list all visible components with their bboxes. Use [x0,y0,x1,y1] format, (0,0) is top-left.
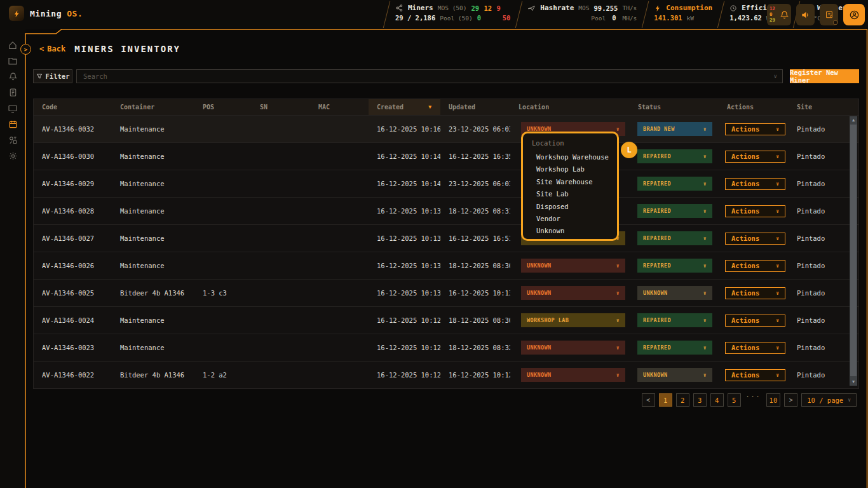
pagination: < 12345···10 > 10 / page ∨ [642,393,857,407]
cell-container: Bitdeer 4b A1346 [112,289,194,297]
table-row[interactable]: AV-A1346-0022 Bitdeer 4b A1346 1-2_a2 16… [34,361,858,388]
sidebar-item-settings[interactable] [4,151,21,161]
register-new-miner-button[interactable]: Register New Miner [790,69,859,83]
profile-button[interactable] [843,4,865,25]
cell-created: 16-12-2025 10:13 [369,234,440,242]
table-row[interactable]: AV-A1346-0025 Bitdeer 4b A1346 1-3_c3 16… [34,279,858,306]
scrollbar-thumb[interactable] [850,125,857,376]
sidebar-item-inventory[interactable] [4,119,21,130]
sidebar-item-reports[interactable] [4,87,21,98]
pagination-page-10[interactable]: 10 [766,393,781,407]
actions-select[interactable]: Actions ∨ [725,369,785,381]
hashrate-mos-unit: TH/s [622,4,637,11]
app-logo[interactable]: Mining OS. [9,6,83,21]
col-sn[interactable]: SN [252,104,310,111]
status-select[interactable]: REPAIRED ∨ [637,313,712,327]
col-container[interactable]: Container [112,104,194,111]
hashrate-icon [527,4,536,12]
dropdown-option-site-warehouse[interactable]: Site Warehouse [532,176,617,188]
actions-select[interactable]: Actions ∨ [725,123,785,135]
dropdown-option-vendor[interactable]: Vendor [532,213,617,225]
location-select[interactable]: WORKSHOP LAB ∨ [521,313,625,327]
search-input[interactable] [77,72,774,80]
table-row[interactable]: AV-A1346-0023 Maintenance 16-12-2025 10:… [34,334,858,361]
status-select[interactable]: UNKNOWN ∨ [637,286,712,300]
status-value: REPAIRED [643,317,671,323]
table-row[interactable]: AV-A1346-0032 Maintenance 16-12-2025 10:… [34,115,858,142]
actions-select[interactable]: Actions ∨ [725,205,785,217]
col-created-sorted[interactable]: Created ▼ [369,99,440,115]
sidebar-item-home[interactable] [4,39,21,50]
table-row[interactable]: AV-A1346-0030 Maintenance 16-12-2025 10:… [34,142,858,170]
actions-select[interactable]: Actions ∨ [725,178,785,190]
status-select[interactable]: REPAIRED ∨ [637,149,712,163]
status-select[interactable]: REPAIRED ∨ [637,259,712,273]
report-button[interactable] [820,4,838,25]
filter-button[interactable]: Filter [33,69,72,83]
page-size-select[interactable]: 10 / page ∨ [801,393,857,407]
dropdown-option-workshop-warehouse[interactable]: Workshop Warehouse [532,151,617,163]
table-row[interactable]: AV-A1346-0026 Maintenance 16-12-2025 10:… [34,252,858,279]
pagination-page-4[interactable]: 4 [710,393,724,407]
sidebar-item-alerts[interactable] [4,71,21,82]
table-row[interactable]: AV-A1346-0027 Maintenance 16-12-2025 10:… [34,224,858,252]
col-location[interactable]: Location [510,104,630,111]
scroll-down-icon[interactable]: ▼ [850,378,857,386]
status-select[interactable]: REPAIRED ∨ [637,341,712,355]
actions-select[interactable]: Actions ∨ [725,315,785,327]
col-site[interactable]: Site [789,104,858,111]
status-select[interactable]: REPAIRED ∨ [637,204,712,218]
stat-hashrate[interactable]: Hashrate MOS 99.255 TH/s Pool 0 MH/s [519,0,645,29]
sidebar-collapse-button[interactable]: > [20,44,31,55]
stat-miners[interactable]: Miners MOS (50) 29129 29 / 2,186 Pool (5… [387,0,519,29]
miners-pool-err: 50 [503,14,511,22]
chevron-down-icon: ∨ [776,345,779,351]
actions-select[interactable]: Actions ∨ [725,342,785,354]
pagination-page-1[interactable]: 1 [659,393,672,407]
location-select[interactable]: UNKNOWN ∨ [521,368,625,382]
status-select[interactable]: BRAND NEW ∨ [637,122,712,136]
actions-select[interactable]: Actions ∨ [725,287,785,299]
table-row[interactable]: AV-A1346-0029 Maintenance 16-12-2025 10:… [34,170,858,197]
cell-created: 16-12-2025 10:13 [369,289,440,297]
dropdown-option-workshop-lab[interactable]: Workshop Lab [532,163,617,175]
col-status[interactable]: Status [630,104,719,111]
pagination-page-3[interactable]: 3 [693,393,707,407]
location-select[interactable]: UNKNOWN ∨ [521,341,625,355]
dropdown-option-site-lab[interactable]: Site Lab [532,188,617,200]
actions-label: Actions [731,207,759,215]
scroll-up-icon[interactable]: ▲ [850,116,857,124]
pagination-page-2[interactable]: 2 [676,393,689,407]
pagination-prev-button[interactable]: < [642,393,655,407]
table-row[interactable]: AV-A1346-0024 Maintenance 16-12-2025 10:… [34,306,858,334]
col-mac[interactable]: MAC [310,104,369,111]
location-select[interactable]: UNKNOWN ∨ [521,286,625,300]
notifications-button[interactable]: 12 0 29 [767,4,791,25]
status-select[interactable]: REPAIRED ∨ [637,177,712,191]
table-scrollbar[interactable]: ▲ ▼ [850,116,857,386]
pagination-next-button[interactable]: > [784,393,797,407]
status-value: REPAIRED [643,208,671,214]
status-select[interactable]: UNKNOWN ∨ [637,368,712,382]
actions-select[interactable]: Actions ∨ [725,233,785,245]
back-button[interactable]: < Back [39,44,65,53]
dropdown-option-unknown[interactable]: Unknown [532,225,617,237]
col-actions[interactable]: Actions [719,104,789,111]
location-select[interactable]: UNKNOWN ∨ [521,259,625,273]
actions-select[interactable]: Actions ∨ [725,151,785,163]
table-row[interactable]: AV-A1346-0028 Maintenance 16-12-2025 10:… [34,197,858,224]
bell-icon [8,72,18,81]
sidebar-item-tools[interactable] [4,135,21,146]
stat-consumption[interactable]: Consumption 141.301 kW [646,0,721,29]
col-pos[interactable]: POS [194,104,252,111]
sidebar-item-monitor[interactable] [4,103,21,114]
status-select[interactable]: REPAIRED ∨ [637,231,712,245]
col-updated[interactable]: Updated [440,104,510,111]
sidebar-item-folder[interactable] [4,55,21,66]
sound-button[interactable] [796,4,815,25]
cell-site: Pintado [789,262,858,269]
col-code[interactable]: Code [34,104,112,111]
pagination-page-5[interactable]: 5 [728,393,741,407]
actions-select[interactable]: Actions ∨ [725,260,785,272]
dropdown-option-disposed[interactable]: Disposed [532,201,617,213]
